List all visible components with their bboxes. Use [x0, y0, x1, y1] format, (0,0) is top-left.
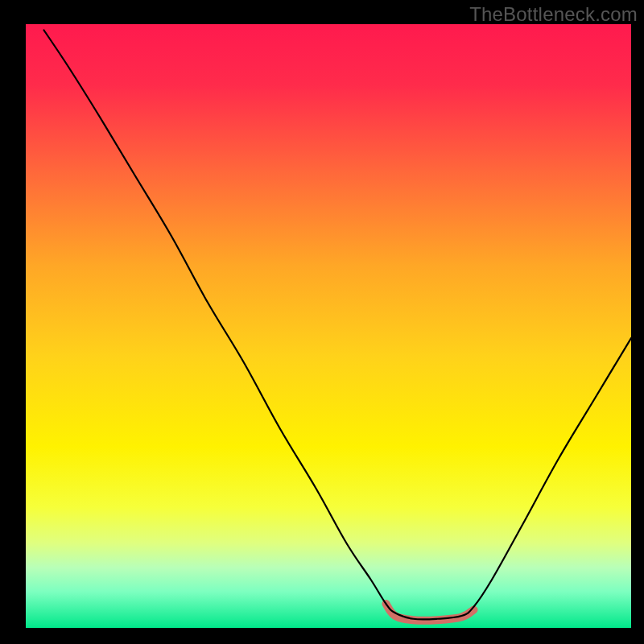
gradient-background	[26, 24, 631, 628]
watermark-text: TheBottleneck.com	[469, 3, 638, 26]
bottleneck-chart	[0, 0, 644, 644]
chart-frame: TheBottleneck.com	[0, 0, 644, 644]
